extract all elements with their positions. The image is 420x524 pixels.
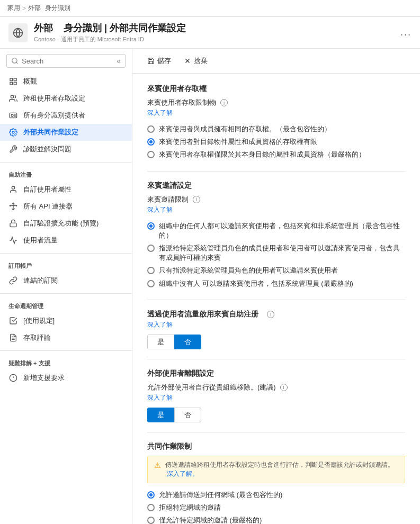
guest-access-title: 來賓使用者存取權 [147,84,405,94]
breadcrumb-home[interactable]: 家用 [7,4,20,13]
collab-warning-text: 傳送邀請給跨租使用者存取設定時也會進行評估，判斷是否應該允許或封鎖邀請。 深入了… [165,460,398,478]
radio-text-admin-only: 只有指派特定系統管理員角色的使用者可以邀請來賓使用者 [159,266,405,275]
sidebar-label-use-policy: [使用規定] [23,316,55,326]
breadcrumb-external[interactable]: 外部 [28,4,41,13]
breadcrumb: 家用 > 外部 身分識別 [0,0,420,17]
collab-option-allow-all[interactable]: 允許邀請傳送到任何網域 (最含包容性的) [147,489,405,501]
sidebar-item-diagnose[interactable]: 診斷並解決問題 [0,141,132,158]
self-service-learn-more[interactable]: 深入了解 [147,320,405,329]
sidebar-item-api-connectors[interactable]: 所有 API 連接器 [0,198,132,215]
guest-invite-info-icon[interactable]: i [193,196,200,203]
guest-access-field-label: 來賓使用者存取限制物 [147,98,216,107]
search-input[interactable] [22,57,117,65]
guest-invite-option-admin-and-members[interactable]: 指派給特定系統管理員角色的成員使用者和使用者可以邀請來賓使用者，包含具有成員許可… [147,242,405,264]
sidebar-item-identity-providers[interactable]: 所有身分識別提供者 [0,107,132,124]
search-icon [11,57,19,65]
guest-invite-option-anyone[interactable]: 組織中的任何人都可以邀請來賓使用者，包括來賓和非系統管理員（最含包容性的） [147,220,405,242]
guest-access-info-icon[interactable]: i [220,99,228,106]
sidebar-section-main: 概觀 跨租使用者存取設定 所有身分識別提供者 外部共同作業設定 [0,73,132,158]
warning-icon: ⚠ [154,461,161,469]
radio-outer-same [147,125,155,133]
sidebar-item-use-policy[interactable]: [使用規定] [0,312,132,329]
radio-outer-allow-all [147,491,155,499]
collab-restriction-title: 共同作業限制 [147,442,405,451]
sidebar-item-overview[interactable]: 概觀 [0,73,132,90]
radio-text-none: 組織中沒有人 可以邀請來賓使用者，包括系統管理員 (最嚴格的) [159,279,405,288]
id-icon [8,111,18,120]
sidebar-section-lifecycle: 生命週期管理 [0,298,132,312]
user-attrs-icon [8,185,18,194]
sidebar-divider-3 [0,293,132,294]
sidebar-item-linked-sub[interactable]: 連結的訂閱 [0,272,132,289]
sep-1 [147,171,405,171]
collab-option-deny-specific[interactable]: 拒絕特定網域的邀請 [147,501,405,514]
sidebar-item-custom-attrs[interactable]: 自訂使用者屬性 [0,181,132,198]
external-icon [13,28,23,38]
sidebar-label-diagnose: 診斷並解決問題 [23,144,72,154]
radio-text-allow-specific: 僅允許特定網域的邀請 (最嚴格的) [159,516,405,524]
guest-invite-option-none[interactable]: 組織中沒有人 可以邀請來賓使用者，包括系統管理員 (最嚴格的) [147,277,405,290]
self-service-yes-button[interactable]: 是 [147,335,174,349]
svg-rect-7 [14,82,16,85]
radio-outer-none [147,280,155,287]
radio-inner-allow-all [149,493,153,496]
svg-rect-6 [10,82,13,85]
sidebar-item-cross-tenant[interactable]: 跨租使用者存取設定 [0,90,132,107]
support-icon [8,373,18,383]
sidebar-label-access-review: 存取評論 [23,333,51,342]
radio-outer-admin-only [147,267,155,274]
guest-invite-field-label: 來賓邀請限制 [147,195,189,204]
sidebar-item-user-flow[interactable]: 使用者流量 [0,232,132,249]
discard-label: 捨棄 [194,56,208,66]
offboarding-no-button[interactable]: 否 [174,408,201,422]
guest-access-radio-group: 來賓使用者與成員擁有相同的存取權。（最含包容性的） 來賓使用者對目錄物件屬性和成… [147,123,405,161]
discard-button[interactable]: 捨棄 [182,54,210,68]
svg-line-3 [16,62,18,64]
self-service-field-row: 透過使用者流量啟用來賓自助注册 i [147,310,405,319]
svg-point-12 [12,186,14,189]
collab-warning-text-content: 傳送邀請給跨租使用者存取設定時也會進行評估，判斷是否應該允許或封鎖邀請。 [165,461,394,468]
sidebar-item-custom-auth[interactable]: 自訂驗證擴充功能 (預覽) [0,215,132,232]
guest-access-option-same[interactable]: 來賓使用者與成員擁有相同的存取權。（最含包容性的） [147,123,405,135]
sidebar-label-api-connectors: 所有 API 連接器 [23,202,73,211]
main-content: 儲存 捨棄 來賓使用者存取權 來賓使用者存取限制物 i 深入了解 來賓使用者與成… [132,49,420,524]
offboarding-info-icon[interactable]: i [280,384,288,391]
guest-invite-radio-group: 組織中的任何人都可以邀請來賓使用者，包括來賓和非系統管理員（最含包容性的） 指派… [147,220,405,290]
save-button[interactable]: 儲存 [145,54,173,68]
sidebar-label-overview: 概觀 [23,77,37,86]
self-service-info-icon[interactable]: i [267,311,274,318]
guest-access-option-limited[interactable]: 來賓使用者對目錄物件屬性和成員資格的存取權有限 [147,135,405,148]
guest-access-learn-more[interactable]: 深入了解 [147,109,405,118]
offboarding-field-row: 允許外部使用者自行從貴組織移除。(建議) i [147,383,405,392]
sidebar-label-cross-tenant: 跨租使用者存取設定 [23,94,85,103]
collab-learn-more-inline[interactable]: 深入了解。 [167,470,199,477]
svg-point-10 [11,114,13,116]
sidebar-item-external-collab[interactable]: 外部共同作業設定 [0,124,132,141]
radio-outer-restricted [147,151,155,158]
radio-outer-admin-members [147,245,155,252]
radio-text-restricted: 來賓使用者存取權僅限於其本身目錄的屬性和成員資格（最嚴格的） [159,150,405,159]
svg-rect-5 [14,78,16,81]
guest-invite-learn-more[interactable]: 深入了解 [147,205,405,214]
sidebar-section-self-service: 自助注冊 [0,167,132,181]
offboarding-learn-more[interactable]: 深入了解 [147,393,405,402]
header-more-button[interactable]: ... [400,27,412,38]
guest-invite-option-admin-only[interactable]: 只有指派特定系統管理員角色的使用者可以邀請來賓使用者 [147,264,405,277]
radio-text-deny-specific: 拒絕特定網域的邀請 [159,503,405,512]
collapse-button[interactable]: « [117,57,121,65]
offboarding-yes-button[interactable]: 是 [147,408,174,422]
radio-text-anyone: 組織中的任何人都可以邀請來賓使用者，包括來賓和非系統管理員（最含包容性的） [159,221,405,240]
header-main-title: 外部 身分識別 | 外部共同作業設定 [34,22,400,34]
sidebar-label-external-collab: 外部共同作業設定 [23,128,78,137]
collab-option-allow-specific[interactable]: 僅允許特定網域的邀請 (最嚴格的) [147,514,405,524]
guest-invite-title: 來賓邀請設定 [147,181,405,191]
sidebar-self-service-items: 自訂使用者屬性 所有 API 連接器 自訂驗證擴充功能 (預覽) 使用者流量 [0,181,132,249]
sidebar-item-access-review[interactable]: 存取評論 [0,329,132,346]
sidebar-item-new-support[interactable]: 新增支援要求 [0,369,132,386]
policy-icon [8,316,18,326]
review-icon [8,333,18,342]
breadcrumb-identity[interactable]: 身分識別 [45,4,70,13]
self-service-no-button[interactable]: 否 [174,335,201,349]
guest-access-option-restricted[interactable]: 來賓使用者存取權僅限於其本身目錄的屬性和成員資格（最嚴格的） [147,148,405,161]
sidebar-section-support: 疑難排解 + 支援 [0,355,132,369]
